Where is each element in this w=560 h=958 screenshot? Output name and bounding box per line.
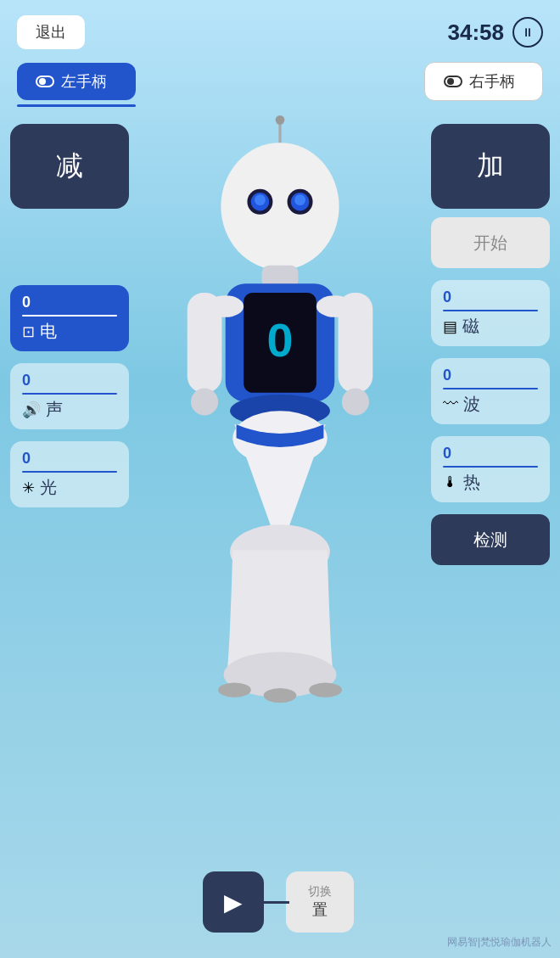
right-controller-label: 右手柄 xyxy=(469,71,515,92)
svg-point-6 xyxy=(294,194,305,205)
sound-value: 0 xyxy=(22,372,117,389)
left-controller-button[interactable]: 左手柄 xyxy=(17,63,136,100)
magnetic-label: 磁 xyxy=(462,315,479,338)
svg-point-0 xyxy=(221,143,339,270)
light-row: ✳ 光 xyxy=(22,476,117,499)
heat-value: 0 xyxy=(443,445,538,462)
watermark: 网易智|梵悦瑜伽机器人 xyxy=(447,935,552,950)
wave-label: 波 xyxy=(463,393,480,416)
heat-icon: 🌡 xyxy=(443,473,458,491)
controller-icon-left xyxy=(36,76,54,87)
svg-rect-17 xyxy=(339,293,373,393)
svg-point-16 xyxy=(191,388,218,415)
robot-area: 0 xyxy=(144,115,416,752)
timer-display: 34:58 xyxy=(448,20,505,46)
svg-rect-15 xyxy=(188,293,222,393)
svg-point-25 xyxy=(309,683,342,697)
decrease-button[interactable]: 减 xyxy=(10,124,129,209)
sound-label: 声 xyxy=(46,398,63,421)
switch-top-label: 切换 xyxy=(286,884,354,899)
controller-icon-right xyxy=(444,76,462,87)
switch-bottom-label: 置 xyxy=(312,901,328,918)
electric-divider xyxy=(22,315,117,317)
left-controller-underline xyxy=(17,104,136,107)
wave-value: 0 xyxy=(443,367,538,384)
magnetic-icon: ▤ xyxy=(443,317,457,336)
bottom-bar: ▶ 切换 置 xyxy=(203,871,357,933)
sound-row: 🔊 声 xyxy=(22,398,117,421)
magnetic-value: 0 xyxy=(443,289,538,306)
start-button[interactable]: 开始 xyxy=(431,217,550,268)
electric-label: 电 xyxy=(40,320,57,343)
controller-row: 左手柄 右手柄 xyxy=(0,62,560,101)
light-value: 0 xyxy=(22,450,117,468)
light-label: 光 xyxy=(40,476,57,499)
electric-sensor-panel[interactable]: 0 ⊡ 电 xyxy=(10,285,129,351)
exit-button[interactable]: 退出 xyxy=(17,15,85,49)
right-panel: 加 开始 0 ▤ 磁 0 〰 波 0 🌡 热 xyxy=(414,115,550,565)
timer-area: 34:58 ⏸ xyxy=(448,17,544,48)
magnetic-sensor-panel[interactable]: 0 ▤ 磁 xyxy=(431,280,550,346)
wave-sensor-panel[interactable]: 0 〰 波 xyxy=(431,358,550,424)
svg-point-8 xyxy=(276,115,285,125)
electric-value: 0 xyxy=(22,294,117,311)
sound-sensor-panel[interactable]: 0 🔊 声 xyxy=(10,363,129,429)
robot-illustration: 0 xyxy=(144,115,416,752)
pause-button[interactable]: ⏸ xyxy=(512,17,543,48)
wave-row: 〰 波 xyxy=(443,393,538,416)
header: 退出 34:58 ⏸ xyxy=(0,0,560,58)
light-sensor-panel[interactable]: 0 ✳ 光 xyxy=(10,441,129,507)
wave-divider xyxy=(443,388,538,389)
svg-point-5 xyxy=(255,194,266,205)
right-controller-button[interactable]: 右手柄 xyxy=(424,62,543,101)
increase-button[interactable]: 加 xyxy=(431,124,550,209)
play-button[interactable]: ▶ xyxy=(203,871,264,933)
electric-row: ⊡ 电 xyxy=(22,320,117,343)
magnetic-row: ▤ 磁 xyxy=(443,315,538,338)
heat-sensor-panel[interactable]: 0 🌡 热 xyxy=(431,436,550,502)
connector-line xyxy=(264,901,289,904)
left-controller-label: 左手柄 xyxy=(61,71,107,92)
heat-label: 热 xyxy=(463,471,480,494)
svg-point-23 xyxy=(218,683,251,697)
sound-icon: 🔊 xyxy=(22,401,41,419)
detect-button[interactable]: 检测 xyxy=(431,514,550,565)
switch-button[interactable]: 切换 置 xyxy=(286,871,354,933)
svg-point-24 xyxy=(264,688,297,703)
heat-row: 🌡 热 xyxy=(443,471,538,494)
electric-icon: ⊡ xyxy=(22,322,35,341)
wave-icon: 〰 xyxy=(443,395,458,413)
main-content: 减 0 ⊡ 电 0 🔊 声 0 ✳ 光 xyxy=(0,115,560,777)
light-icon: ✳ xyxy=(22,479,35,497)
left-panel: 减 0 ⊡ 电 0 🔊 声 0 ✳ 光 xyxy=(0,115,136,777)
sound-divider xyxy=(22,393,117,395)
heat-divider xyxy=(443,466,538,468)
svg-text:0: 0 xyxy=(267,314,294,367)
magnetic-divider xyxy=(443,310,538,311)
svg-point-18 xyxy=(342,388,369,415)
light-divider xyxy=(22,471,117,473)
